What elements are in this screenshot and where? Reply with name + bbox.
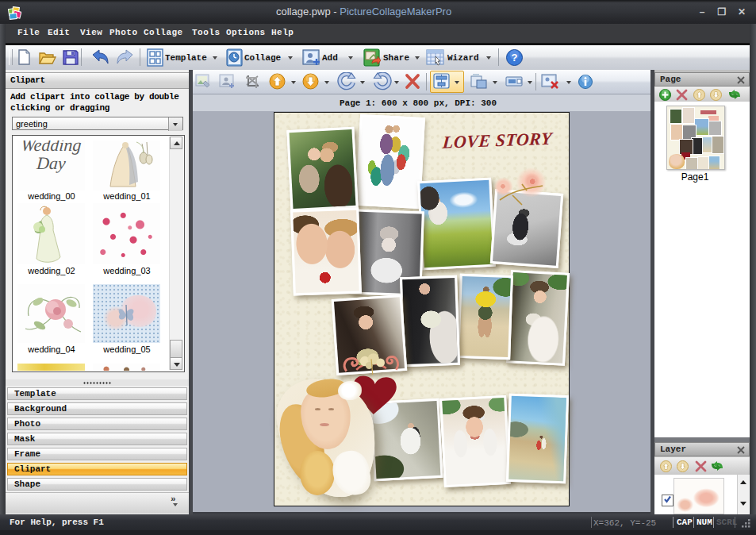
svg-text:?: ? bbox=[512, 52, 518, 64]
